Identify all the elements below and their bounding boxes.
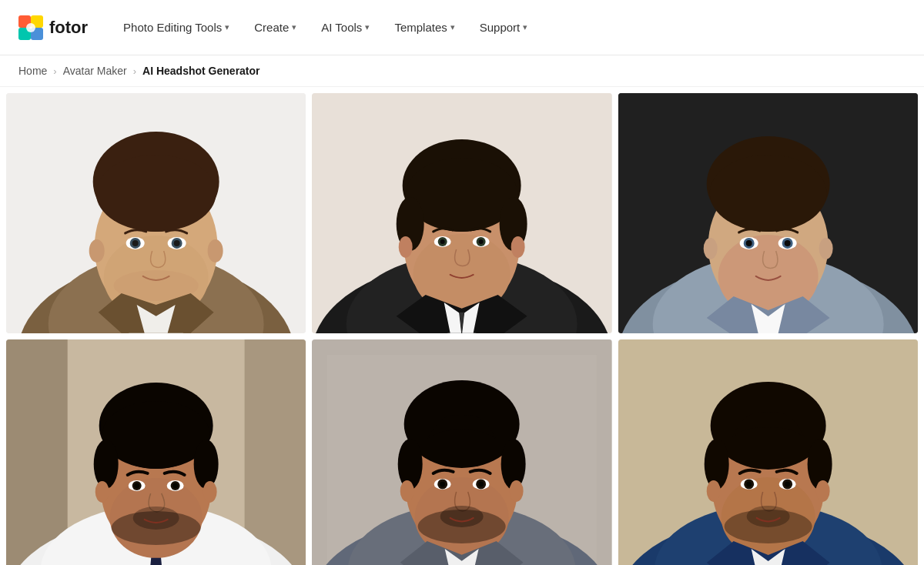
headshot-gallery xyxy=(0,87,924,565)
svg-point-102 xyxy=(400,480,414,502)
nav-item-templates[interactable]: Templates ▾ xyxy=(383,15,465,40)
svg-point-71 xyxy=(94,440,119,489)
logo-text: fotor xyxy=(49,18,88,38)
svg-point-78 xyxy=(172,483,178,488)
nav-label-support: Support xyxy=(480,21,521,34)
svg-point-22 xyxy=(89,239,105,262)
svg-point-23 xyxy=(208,239,223,262)
svg-point-81 xyxy=(95,481,109,503)
svg-point-121 xyxy=(746,506,789,527)
svg-point-5 xyxy=(26,23,35,32)
svg-point-119 xyxy=(785,481,790,486)
svg-rect-63 xyxy=(245,339,306,565)
gallery-item-5[interactable] xyxy=(312,339,611,565)
svg-point-80 xyxy=(133,506,179,530)
breadcrumb-separator-1: › xyxy=(53,65,56,77)
breadcrumb-current-page: AI Headshot Generator xyxy=(142,65,259,77)
chevron-down-icon: ▾ xyxy=(523,22,527,32)
portrait-image-4 xyxy=(6,339,306,565)
svg-point-99 xyxy=(478,481,484,486)
svg-point-55 xyxy=(745,240,752,246)
svg-point-101 xyxy=(440,506,484,527)
main-nav: Photo Editing Tools ▾ Create ▾ AI Tools … xyxy=(112,15,906,40)
breadcrumb-separator-2: › xyxy=(133,65,136,77)
svg-point-122 xyxy=(706,480,720,502)
nav-label-create: Create xyxy=(254,21,289,34)
svg-point-72 xyxy=(194,440,219,489)
svg-point-103 xyxy=(510,480,524,502)
logo[interactable]: fotor xyxy=(18,15,88,40)
site-header: fotor Photo Editing Tools ▾ Create ▾ AI … xyxy=(0,0,924,55)
svg-point-17 xyxy=(132,240,139,246)
svg-rect-62 xyxy=(6,339,68,565)
breadcrumb-home[interactable]: Home xyxy=(18,65,47,77)
portrait-image-3 xyxy=(618,93,918,333)
breadcrumb-avatar-maker[interactable]: Avatar Maker xyxy=(63,65,127,77)
portrait-image-2 xyxy=(312,93,611,333)
svg-point-123 xyxy=(815,480,829,502)
chevron-down-icon: ▾ xyxy=(225,22,229,32)
gallery-item-4[interactable] xyxy=(6,339,306,565)
portrait-image-5 xyxy=(312,339,611,565)
svg-point-75 xyxy=(134,483,139,488)
svg-point-42 xyxy=(511,236,525,258)
svg-point-59 xyxy=(703,238,717,259)
svg-point-82 xyxy=(203,481,217,503)
svg-point-116 xyxy=(746,481,752,486)
portrait-image-1 xyxy=(6,93,306,333)
portrait-image-6 xyxy=(618,339,918,565)
svg-point-20 xyxy=(174,240,180,246)
chevron-down-icon: ▾ xyxy=(365,22,370,32)
svg-point-41 xyxy=(399,236,413,258)
breadcrumb: Home › Avatar Maker › AI Headshot Genera… xyxy=(0,55,924,87)
nav-label-templates: Templates xyxy=(394,21,447,34)
nav-item-support[interactable]: Support ▾ xyxy=(469,15,539,40)
nav-item-ai-tools[interactable]: AI Tools ▾ xyxy=(310,15,380,40)
nav-item-photo-editing[interactable]: Photo Editing Tools ▾ xyxy=(112,15,240,40)
svg-point-96 xyxy=(440,481,446,486)
logo-icon xyxy=(18,15,43,40)
svg-point-40 xyxy=(479,239,484,244)
chevron-down-icon: ▾ xyxy=(292,22,296,32)
nav-item-create[interactable]: Create ▾ xyxy=(243,15,307,40)
svg-point-52 xyxy=(709,155,826,232)
svg-point-58 xyxy=(784,240,790,246)
svg-point-14 xyxy=(96,155,216,232)
nav-label-photo-editing: Photo Editing Tools xyxy=(123,21,222,34)
chevron-down-icon: ▾ xyxy=(450,22,455,32)
svg-point-70 xyxy=(102,401,210,469)
gallery-item-3[interactable] xyxy=(618,93,918,333)
nav-label-ai-tools: AI Tools xyxy=(321,21,362,34)
svg-point-60 xyxy=(819,238,832,259)
svg-point-37 xyxy=(440,239,445,244)
gallery-item-1[interactable] xyxy=(6,93,306,333)
gallery-item-2[interactable] xyxy=(312,93,611,333)
gallery-item-6[interactable] xyxy=(618,339,918,565)
